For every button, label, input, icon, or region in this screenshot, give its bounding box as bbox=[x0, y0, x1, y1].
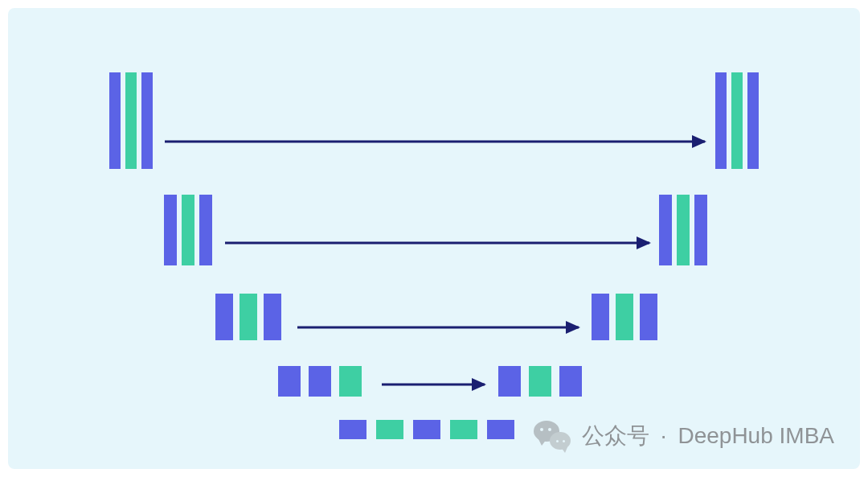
watermark-separator: · bbox=[661, 423, 667, 449]
level-1-arrow bbox=[225, 241, 649, 244]
level-0-left-bars bbox=[109, 72, 153, 169]
bar-green bbox=[529, 366, 551, 397]
bar-purple bbox=[164, 195, 177, 265]
watermark: 公众号 · DeepHub IMBA bbox=[534, 421, 834, 451]
level-2-left-bars bbox=[215, 294, 281, 340]
bar-purple bbox=[592, 294, 609, 340]
bar-purple bbox=[199, 195, 212, 265]
bar-purple bbox=[487, 420, 514, 439]
bar-purple bbox=[659, 195, 672, 265]
level-0-right-bars bbox=[715, 72, 759, 169]
bar-purple bbox=[309, 366, 331, 397]
bar-purple bbox=[694, 195, 707, 265]
bar-purple bbox=[640, 294, 657, 340]
level-2-right-bars bbox=[592, 294, 657, 340]
bar-purple bbox=[747, 72, 759, 169]
bar-green bbox=[125, 72, 137, 169]
bar-purple bbox=[339, 420, 366, 439]
level-3-left-bars bbox=[278, 366, 362, 397]
level-4-bars bbox=[339, 420, 514, 439]
bar-purple bbox=[278, 366, 301, 397]
watermark-account-name: DeepHub IMBA bbox=[678, 423, 834, 449]
watermark-platform-label: 公众号 bbox=[582, 421, 649, 451]
bar-green bbox=[240, 294, 257, 340]
bar-purple bbox=[715, 72, 727, 169]
level-3-right-bars bbox=[498, 366, 582, 397]
bar-green bbox=[450, 420, 477, 439]
level-1-right-bars bbox=[659, 195, 707, 265]
bar-green bbox=[677, 195, 690, 265]
level-2-arrow bbox=[297, 326, 579, 328]
bar-purple bbox=[109, 72, 121, 169]
bar-green bbox=[731, 72, 743, 169]
level-1-left-bars bbox=[164, 195, 212, 265]
bar-green bbox=[616, 294, 633, 340]
bar-purple bbox=[559, 366, 582, 397]
bar-purple bbox=[498, 366, 521, 397]
level-0-arrow bbox=[165, 140, 705, 142]
bar-green bbox=[376, 420, 403, 439]
wechat-icon bbox=[534, 421, 571, 451]
bar-purple bbox=[413, 420, 440, 439]
bar-purple bbox=[264, 294, 281, 340]
bar-green bbox=[339, 366, 362, 397]
bar-green bbox=[182, 195, 194, 265]
bar-purple bbox=[141, 72, 153, 169]
bar-purple bbox=[215, 294, 233, 340]
level-3-arrow bbox=[382, 383, 485, 385]
diagram-canvas: 公众号 · DeepHub IMBA bbox=[8, 8, 860, 469]
